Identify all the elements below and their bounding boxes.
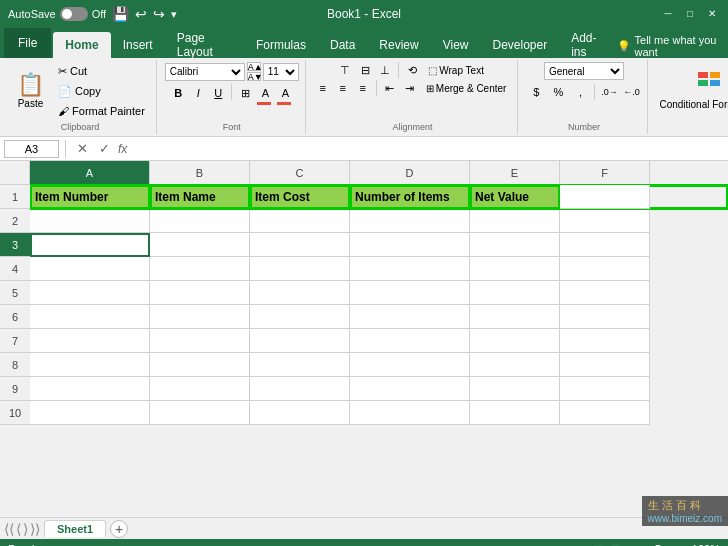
- redo-icon[interactable]: ↪: [153, 6, 165, 22]
- page-break-view-button[interactable]: ⊞: [611, 543, 620, 547]
- col-header-A[interactable]: A: [30, 161, 150, 185]
- italic-button[interactable]: I: [189, 83, 207, 101]
- cell-F5[interactable]: [560, 281, 650, 305]
- row-header-9[interactable]: 9: [0, 377, 30, 401]
- merge-center-button[interactable]: ⊞ Merge & Center: [421, 80, 512, 96]
- row-header-10[interactable]: 10: [0, 401, 30, 425]
- cell-A10[interactable]: [30, 401, 150, 425]
- font-color-button[interactable]: A: [276, 83, 294, 101]
- cell-C3[interactable]: [250, 233, 350, 257]
- undo-icon[interactable]: ↩: [135, 6, 147, 22]
- percent-button[interactable]: %: [548, 84, 568, 100]
- cell-A6[interactable]: [30, 305, 150, 329]
- align-middle-button[interactable]: ⊟: [356, 62, 374, 78]
- cell-F10[interactable]: [560, 401, 650, 425]
- formula-cancel-button[interactable]: ✕: [72, 139, 92, 159]
- paste-button[interactable]: 📋 Paste: [10, 69, 51, 114]
- cell-D8[interactable]: [350, 353, 470, 377]
- add-sheet-button[interactable]: +: [110, 520, 128, 538]
- cell-E2[interactable]: [470, 209, 560, 233]
- align-top-button[interactable]: ⊤: [336, 62, 354, 78]
- cell-A5[interactable]: [30, 281, 150, 305]
- row-header-1[interactable]: 1: [0, 185, 30, 209]
- row-header-2[interactable]: 2: [0, 209, 30, 233]
- customize-qat-icon[interactable]: ▾: [171, 8, 177, 21]
- cell-A8[interactable]: [30, 353, 150, 377]
- font-name-select[interactable]: Calibri: [165, 63, 245, 81]
- cell-B3[interactable]: [150, 233, 250, 257]
- cell-A2[interactable]: [30, 209, 150, 233]
- text-direction-button[interactable]: ⟲: [403, 62, 421, 78]
- cell-D2[interactable]: [350, 209, 470, 233]
- cell-C1[interactable]: Item Cost: [250, 185, 350, 209]
- cell-E3[interactable]: [470, 233, 560, 257]
- tab-developer[interactable]: Developer: [480, 32, 559, 58]
- formula-input[interactable]: [133, 140, 724, 158]
- cell-E7[interactable]: [470, 329, 560, 353]
- tab-review[interactable]: Review: [367, 32, 430, 58]
- cell-D5[interactable]: [350, 281, 470, 305]
- cell-D3[interactable]: [350, 233, 470, 257]
- font-size-select[interactable]: 11: [263, 63, 299, 81]
- cell-D6[interactable]: [350, 305, 470, 329]
- sheet-tab-sheet1[interactable]: Sheet1: [44, 520, 106, 537]
- cell-D9[interactable]: [350, 377, 470, 401]
- col-header-E[interactable]: E: [470, 161, 560, 185]
- cell-E8[interactable]: [470, 353, 560, 377]
- maximize-button[interactable]: □: [682, 6, 698, 22]
- cell-B6[interactable]: [150, 305, 250, 329]
- cell-E1[interactable]: Net Value: [470, 185, 560, 209]
- fill-color-button[interactable]: A: [256, 83, 274, 101]
- row-header-6[interactable]: 6: [0, 305, 30, 329]
- page-layout-view-button[interactable]: ▦: [593, 543, 603, 547]
- shrink-font-button[interactable]: A▼: [247, 72, 261, 81]
- cell-E10[interactable]: [470, 401, 560, 425]
- cell-B1[interactable]: Item Name: [150, 185, 250, 209]
- cell-A3[interactable]: [30, 233, 150, 257]
- col-header-B[interactable]: B: [150, 161, 250, 185]
- tab-file[interactable]: File: [4, 28, 51, 58]
- cell-F7[interactable]: [560, 329, 650, 353]
- align-right-button[interactable]: ≡: [354, 80, 372, 96]
- tab-view[interactable]: View: [431, 32, 481, 58]
- underline-button[interactable]: U: [209, 83, 227, 101]
- cell-B10[interactable]: [150, 401, 250, 425]
- border-button[interactable]: ⊞: [236, 83, 254, 101]
- cell-C7[interactable]: [250, 329, 350, 353]
- tab-add-ins[interactable]: Add-ins: [559, 32, 616, 58]
- cell-A7[interactable]: [30, 329, 150, 353]
- sheet-nav-first[interactable]: ⟨⟨: [4, 521, 14, 537]
- bold-button[interactable]: B: [169, 83, 187, 101]
- cell-B9[interactable]: [150, 377, 250, 401]
- cell-C5[interactable]: [250, 281, 350, 305]
- cell-F1[interactable]: [560, 185, 650, 209]
- comma-button[interactable]: ,: [570, 84, 590, 100]
- tab-page-layout[interactable]: Page Layout: [165, 32, 244, 58]
- cell-A9[interactable]: [30, 377, 150, 401]
- row-header-4[interactable]: 4: [0, 257, 30, 281]
- sheet-nav-prev[interactable]: ⟨: [16, 521, 21, 537]
- close-button[interactable]: ✕: [704, 6, 720, 22]
- indent-decrease-button[interactable]: ⇤: [381, 80, 399, 96]
- formula-confirm-button[interactable]: ✓: [94, 139, 114, 159]
- cell-F2[interactable]: [560, 209, 650, 233]
- wrap-text-button[interactable]: ⬚ Wrap Text: [423, 62, 489, 78]
- align-center-button[interactable]: ≡: [334, 80, 352, 96]
- col-header-C[interactable]: C: [250, 161, 350, 185]
- cell-B7[interactable]: [150, 329, 250, 353]
- cell-C2[interactable]: [250, 209, 350, 233]
- cell-C10[interactable]: [250, 401, 350, 425]
- col-header-D[interactable]: D: [350, 161, 470, 185]
- cell-B2[interactable]: [150, 209, 250, 233]
- grow-font-button[interactable]: A▲: [247, 62, 261, 71]
- cell-D7[interactable]: [350, 329, 470, 353]
- increase-decimal-button[interactable]: .0→: [599, 84, 619, 100]
- autosave-toggle[interactable]: [60, 7, 88, 21]
- cell-C8[interactable]: [250, 353, 350, 377]
- number-format-select[interactable]: General: [544, 62, 624, 80]
- cell-D4[interactable]: [350, 257, 470, 281]
- tab-home[interactable]: Home: [53, 32, 110, 58]
- minimize-button[interactable]: ─: [660, 6, 676, 22]
- indent-increase-button[interactable]: ⇥: [401, 80, 419, 96]
- cell-E5[interactable]: [470, 281, 560, 305]
